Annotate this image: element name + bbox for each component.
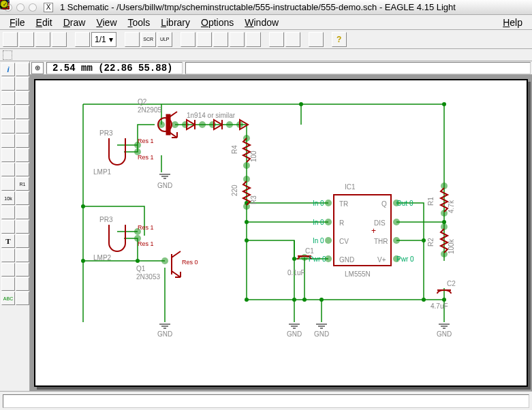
svg-text:1n914 or similar: 1n914 or similar: [187, 112, 236, 119]
coord-origin-button[interactable]: ⊕: [31, 62, 44, 74]
svg-text:PR3: PR3: [99, 129, 113, 137]
svg-point-106: [393, 237, 400, 244]
change-tool[interactable]: [16, 120, 29, 133]
svg-text:Res 1: Res 1: [138, 224, 154, 231]
value-tool[interactable]: 10k: [1, 191, 15, 205]
copy-tool[interactable]: [16, 91, 29, 105]
wire-tool[interactable]: [16, 220, 29, 234]
board-button[interactable]: [75, 32, 90, 47]
print-button[interactable]: [35, 32, 50, 47]
erc-tool[interactable]: ✓: [16, 291, 29, 305]
smash-tool[interactable]: [16, 191, 29, 205]
circle-tool[interactable]: [16, 234, 29, 248]
svg-text:LMP1: LMP1: [93, 168, 112, 176]
label-tool[interactable]: ABC: [1, 291, 15, 305]
svg-text:R2: R2: [427, 238, 435, 247]
net-tool[interactable]: [1, 277, 15, 291]
svg-point-87: [199, 121, 206, 128]
zoom-fit-button[interactable]: [181, 32, 195, 47]
rotate-tool[interactable]: [16, 106, 29, 119]
ulp-button[interactable]: ULP: [157, 32, 172, 47]
menu-help[interactable]: Help: [499, 16, 527, 29]
svg-point-69: [81, 204, 85, 208]
mirror-tool[interactable]: [1, 106, 15, 119]
gateswap-tool[interactable]: [16, 163, 29, 176]
window-zoom-button[interactable]: [29, 3, 37, 12]
redo-button[interactable]: [285, 32, 300, 47]
split-tool[interactable]: [16, 206, 29, 219]
script-button[interactable]: SCR: [141, 32, 156, 47]
menu-options[interactable]: Options: [197, 16, 238, 29]
miter-tool[interactable]: [1, 206, 15, 219]
stop-button[interactable]: STOP: [309, 32, 324, 47]
undo-button[interactable]: [269, 32, 284, 47]
menu-file[interactable]: File: [5, 16, 29, 29]
delete-tool[interactable]: [1, 148, 15, 162]
arc-tool[interactable]: [1, 249, 15, 262]
open-button[interactable]: [3, 32, 18, 47]
rect-tool[interactable]: [16, 249, 29, 262]
cam-button[interactable]: [52, 32, 67, 47]
window-minimize-button[interactable]: [16, 3, 25, 12]
svg-point-71: [136, 259, 140, 263]
svg-text:GND: GND: [339, 256, 354, 264]
grid-icon[interactable]: [3, 50, 12, 60]
save-button[interactable]: [19, 32, 34, 47]
polygon-tool[interactable]: [1, 263, 15, 277]
svg-text:TR: TR: [339, 200, 348, 208]
menu-draw[interactable]: Draw: [59, 16, 90, 29]
svg-point-78: [292, 298, 296, 302]
move-tool[interactable]: [1, 91, 15, 105]
zoom-in-button[interactable]: +: [197, 32, 212, 47]
svg-text:R: R: [339, 219, 344, 227]
svg-text:GND: GND: [437, 330, 452, 338]
svg-text:0.1uF: 0.1uF: [287, 269, 305, 277]
svg-text:Res 1: Res 1: [138, 138, 154, 144]
command-line[interactable]: [185, 62, 531, 74]
pinswap-tool[interactable]: [1, 163, 15, 176]
help-button[interactable]: ?: [332, 32, 347, 47]
zoom-redraw-button[interactable]: [230, 32, 245, 47]
window-title: 1 Schematic - /Users/billw/tmp/scheminst…: [60, 2, 456, 12]
svg-text:THR: THR: [374, 238, 388, 245]
show-tool[interactable]: [16, 63, 29, 76]
svg-text:LMP2: LMP2: [93, 254, 112, 262]
svg-text:IC1: IC1: [345, 183, 356, 191]
add-tool[interactable]: [16, 148, 29, 162]
main-toolbar: 1/1▾ SCR ULP + − STOP ?: [0, 30, 532, 49]
svg-text:Res 1: Res 1: [138, 154, 154, 161]
coord-display: 2.54 mm (22.86 55.88): [46, 62, 183, 74]
name-tool[interactable]: R1: [16, 177, 29, 191]
svg-point-99: [161, 257, 168, 264]
use-lib-button[interactable]: [125, 32, 140, 47]
replace-tool[interactable]: [1, 177, 15, 191]
schematic-canvas[interactable]: Q2 2N2905 1n914 or similar PR3 LMP1 PR3 …: [34, 79, 528, 387]
menu-edit[interactable]: Edit: [32, 16, 57, 29]
group-tool[interactable]: [1, 120, 15, 133]
invoke-tool[interactable]: [1, 220, 15, 234]
display-tool[interactable]: [1, 77, 15, 91]
svg-text:4.7uF: 4.7uF: [431, 302, 448, 310]
svg-text:✓: ✓: [3, 1, 7, 7]
menubar: File Edit Draw View Tools Library Option…: [0, 15, 532, 30]
bus-tool[interactable]: [16, 263, 29, 277]
cut-tool[interactable]: [1, 134, 15, 148]
svg-text:4.7k: 4.7k: [448, 200, 455, 213]
sheet-selector[interactable]: 1/1▾: [91, 32, 116, 47]
menu-tools[interactable]: Tools: [124, 16, 155, 29]
svg-text:C1: C1: [305, 247, 314, 255]
svg-point-86: [182, 121, 189, 128]
menu-library[interactable]: Library: [157, 16, 194, 29]
svg-point-100: [325, 200, 332, 206]
coord-bar: ⊕ 2.54 mm (22.86 55.88): [30, 61, 532, 75]
paste-tool[interactable]: [16, 134, 29, 148]
menu-window[interactable]: Window: [240, 16, 283, 29]
menu-view[interactable]: View: [92, 16, 121, 29]
junction-tool[interactable]: [16, 277, 29, 291]
svg-text:In 0: In 0: [313, 237, 324, 245]
info-tool[interactable]: i: [1, 63, 15, 76]
text-tool[interactable]: T: [1, 234, 15, 248]
mark-tool[interactable]: [16, 77, 29, 91]
zoom-out-button[interactable]: −: [213, 32, 228, 47]
zoom-select-button[interactable]: [246, 32, 261, 47]
